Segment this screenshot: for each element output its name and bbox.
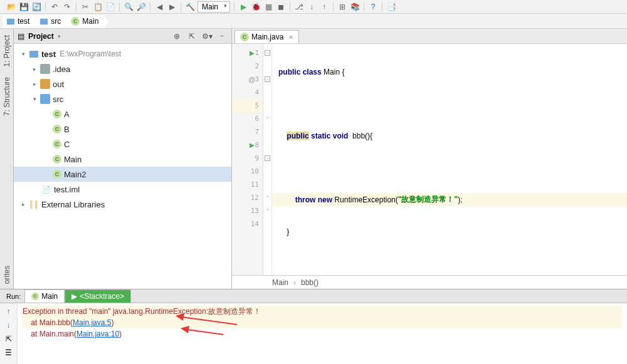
hide-icon[interactable]: － (216, 31, 228, 42)
editor-tabs: C Main.java ✕ (232, 29, 627, 44)
up-stack-icon[interactable]: ↑ (3, 306, 14, 317)
tree-node-folder[interactable]: ▸ out (14, 76, 231, 91)
sdk-icon[interactable]: 📚 (350, 2, 360, 12)
separator (290, 3, 290, 11)
scroll-from-source-icon[interactable]: ⊕ (171, 31, 182, 42)
breadcrumb: test src C Main (0, 14, 627, 29)
run-gutter-icon[interactable]: ▶ (250, 142, 255, 148)
svg-rect-0 (7, 18, 14, 24)
help-icon[interactable]: ? (368, 2, 378, 12)
tab-label: Main.java (251, 33, 283, 41)
structure-toolwindow-tab[interactable]: 7: Structure (1, 72, 13, 121)
tab-label: 1: Project (3, 35, 11, 67)
expand-arrow-icon[interactable]: ▸ (31, 81, 38, 87)
separator (150, 3, 150, 11)
close-icon[interactable]: ✕ (288, 34, 293, 41)
vcs-update-icon[interactable]: ↓ (307, 2, 317, 12)
breadcrumb-item[interactable]: C Main (67, 15, 103, 28)
tree-node-root[interactable]: ▾ test E:\wxProgram\test (14, 46, 231, 61)
breadcrumb-item[interactable]: test (3, 15, 34, 28)
breadcrumb-class[interactable]: Main (272, 278, 288, 287)
project-tree[interactable]: ▾ test E:\wxProgram\test ▸ .idea ▸ out ▾… (14, 44, 231, 289)
down-stack-icon[interactable]: ↓ (3, 320, 14, 331)
open-icon[interactable]: 📂 (6, 2, 16, 12)
refresh-icon[interactable]: 🔄 (31, 2, 41, 12)
tree-node-class[interactable]: C C (14, 137, 231, 152)
find-icon[interactable]: 🔍 (124, 2, 134, 12)
settings-icon[interactable]: 📑 (386, 2, 396, 12)
tree-node-class[interactable]: C B (14, 122, 231, 137)
replace-icon[interactable]: 🔎 (136, 2, 146, 12)
override-icon: @ (248, 76, 255, 83)
paste-icon[interactable]: 📄 (105, 2, 115, 12)
dropdown-icon[interactable]: ▾ (58, 33, 61, 39)
cut-icon[interactable]: ✂ (80, 2, 90, 12)
tab-label: orites (3, 266, 11, 284)
breadcrumb-label: Main (82, 17, 98, 26)
vcs-commit-icon[interactable]: ↑ (319, 2, 329, 12)
fold-icon[interactable]: − (265, 76, 270, 82)
stacktrace-link[interactable]: Main.java:10 (76, 330, 119, 338)
coverage-icon[interactable]: ▦ (263, 2, 273, 12)
filter-icon[interactable]: ☰ (3, 347, 14, 358)
run-gutter-icon[interactable]: ▶ (250, 49, 255, 56)
redo-icon[interactable]: ↷ (62, 2, 72, 12)
build-icon[interactable]: 🔨 (185, 2, 195, 12)
editor-tab[interactable]: C Main.java ✕ (234, 30, 299, 43)
code-editor[interactable]: public class Main { public static void b… (272, 44, 627, 275)
tree-node-file[interactable]: 📄 test.iml (14, 182, 231, 197)
tree-node-folder[interactable]: ▸ .idea (14, 61, 231, 76)
fold-icon[interactable]: − (265, 50, 270, 56)
editor-panel: C Main.java ✕ 1▶ 2 3@ 4 5 6 7 8▶ 9 10 11… (232, 29, 627, 289)
collapse-all-icon[interactable]: ⇱ (186, 31, 198, 42)
tree-node-class[interactable]: C Main2 (14, 167, 231, 182)
node-label: Main (64, 155, 82, 164)
module-icon (6, 17, 15, 26)
expand-arrow-icon[interactable]: ▸ (31, 66, 38, 72)
back-icon[interactable]: ◀ (154, 2, 164, 12)
copy-icon[interactable]: 📋 (93, 2, 103, 12)
console-line: Exception in thread "main" java.lang.Run… (23, 306, 622, 317)
run-icon[interactable]: ▶ (238, 2, 248, 12)
project-panel-header: ▤ Project ▾ ⊕ ⇱ ⚙▾ － (14, 29, 231, 44)
vcs-icon[interactable]: ⎇ (294, 2, 304, 12)
node-label: out (53, 80, 64, 89)
expand-arrow-icon[interactable]: ▾ (20, 51, 26, 57)
breadcrumb-item[interactable]: src (36, 15, 66, 28)
undo-icon[interactable]: ↶ (50, 2, 60, 12)
node-label: B (64, 125, 70, 134)
folder-icon (40, 17, 48, 26)
favorites-toolwindow-tab[interactable]: orites (1, 261, 13, 289)
project-structure-icon[interactable]: ⊞ (337, 2, 347, 12)
console-output[interactable]: Exception in thread "main" java.lang.Run… (18, 303, 627, 364)
expand-arrow-icon[interactable]: ▾ (31, 96, 38, 102)
separator (364, 3, 364, 11)
tree-node-src[interactable]: ▾ src (14, 91, 231, 107)
console-line: at Main.bbb(Main.java:5) (23, 317, 622, 328)
module-icon (29, 49, 39, 59)
run-gutter: ↑ ↓ ⇱ ☰ (0, 303, 18, 364)
class-icon: C (53, 125, 61, 133)
breadcrumb-method[interactable]: bbb() (301, 278, 319, 287)
tree-node-class[interactable]: C Main (14, 152, 231, 167)
project-view-icon[interactable]: ▤ (18, 32, 24, 41)
expand-arrow-icon[interactable]: ▸ (20, 201, 26, 207)
debug-icon[interactable]: 🐞 (251, 2, 261, 12)
run-tab-main[interactable]: C Main (24, 289, 65, 303)
forward-icon[interactable]: ▶ (167, 2, 177, 12)
export-icon[interactable]: ⇱ (3, 333, 14, 345)
stacktrace-link[interactable]: Main.java:5 (73, 318, 111, 327)
class-icon: C (53, 155, 61, 164)
tab-label: Main (41, 292, 58, 301)
project-toolwindow-tab[interactable]: 1: Project (1, 30, 13, 72)
stop-icon[interactable]: ◼ (276, 2, 286, 12)
save-icon[interactable]: 💾 (19, 2, 29, 12)
class-icon: C (53, 170, 61, 179)
tree-node-external-libs[interactable]: ▸ ║║ External Libraries (14, 197, 231, 212)
settings-gear-icon[interactable]: ⚙▾ (201, 31, 213, 42)
run-config-dropdown[interactable]: Main (198, 1, 230, 13)
run-tab-stacktrace[interactable]: ▶ <Stacktrace> (65, 289, 131, 303)
editor-breadcrumb: Main › bbb() (232, 275, 627, 289)
tree-node-class[interactable]: C A (14, 107, 231, 122)
fold-icon[interactable]: − (265, 155, 270, 161)
